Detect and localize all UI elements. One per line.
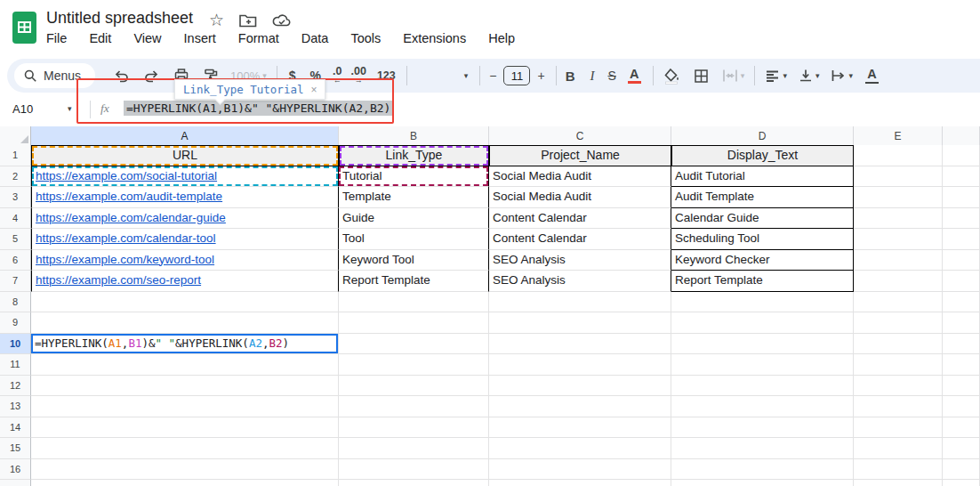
cell-C9[interactable] [489,312,671,334]
cell-D12[interactable] [671,376,854,397]
row-header-4[interactable]: 4 [0,208,31,230]
row-header-16[interactable]: 16 [0,459,31,481]
menu-help[interactable]: Help [488,31,515,45]
range-name-tooltip[interactable]: Link_Type Tutorial × [174,79,325,100]
cell-D11[interactable] [671,354,854,376]
cell-A7[interactable]: https://example.com/seo-report [31,271,339,292]
cell-C3[interactable]: Social Media Audit [489,187,671,208]
cell-F2[interactable] [943,166,980,188]
cell-C1[interactable]: Project_Name [489,145,671,166]
cell-E16[interactable] [854,459,943,481]
text-wrap-icon[interactable] [831,69,846,83]
cell-D17[interactable] [671,480,854,486]
cell-C7[interactable]: SEO Analysis [489,271,671,292]
row-header-12[interactable]: 12 [0,376,31,397]
cell-E2[interactable] [854,166,943,188]
horizontal-align-icon[interactable] [765,69,780,83]
column-header-F[interactable] [943,126,980,145]
cell-A17[interactable] [31,480,339,486]
cell-D8[interactable] [671,292,854,313]
cell-A2[interactable]: https://example.com/social-tutorial [31,166,339,188]
text-color-button[interactable]: A [628,68,641,85]
cell-A3[interactable]: https://example.com/audit-template [31,187,339,208]
cell-B11[interactable] [339,354,489,376]
select-all-corner[interactable] [0,126,31,145]
cell-B13[interactable] [339,396,489,417]
cell-E10[interactable] [854,334,943,355]
cell-C2[interactable]: Social Media Audit [489,166,671,188]
cell-E1[interactable] [854,145,943,166]
star-icon[interactable]: ☆ [209,12,224,29]
cell-B8[interactable] [339,292,489,313]
tooltip-close-icon[interactable]: × [310,84,317,96]
cell-C17[interactable] [489,480,671,486]
increase-font-size-button[interactable]: + [537,69,544,83]
cell-C6[interactable]: SEO Analysis [489,250,671,271]
text-wrap-caret[interactable]: ▾ [848,71,853,80]
sheets-logo-icon[interactable] [12,12,36,44]
cell-D1[interactable]: Display_Text [671,145,854,166]
row-header-10[interactable]: 10 [0,334,31,355]
increase-decimal-button[interactable]: .00→ [351,67,366,85]
fill-color-icon[interactable] [663,68,680,85]
cell-B5[interactable]: Tool [339,229,489,250]
menu-view[interactable]: View [133,31,161,45]
cell-A14[interactable] [31,417,339,439]
cell-B2[interactable]: Tutorial [339,166,489,188]
cell-B15[interactable] [339,438,489,459]
cell-E11[interactable] [854,354,943,376]
menu-edit[interactable]: Edit [89,31,111,45]
cell-C14[interactable] [489,417,671,439]
formula-bar-input[interactable]: =HYPERLINK(A1,B1)&" "&HYPERLINK(A2,B2) [124,101,393,116]
text-rotation-icon[interactable]: A [865,68,879,84]
cell-F5[interactable] [943,229,980,250]
cell-F9[interactable] [943,312,980,334]
row-header-13[interactable]: 13 [0,396,31,417]
cell-A13[interactable] [31,396,339,417]
cell-E13[interactable] [854,396,943,417]
cell-F11[interactable] [943,354,980,376]
cell-A4[interactable]: https://example.com/calendar-guide [31,208,339,230]
cell-B4[interactable]: Guide [339,208,489,230]
cell-D7[interactable]: Report Template [671,271,854,292]
row-header-14[interactable]: 14 [0,417,31,439]
cell-B6[interactable]: Keyword Tool [339,250,489,271]
cell-A9[interactable] [31,312,339,334]
cloud-status-icon[interactable] [272,13,292,28]
menu-data[interactable]: Data [301,31,329,45]
cell-A10[interactable]: =HYPERLINK(A1,B1)&" "&HYPERLINK(A2,B2) [31,334,339,355]
cell-A8[interactable] [31,292,339,313]
horizontal-align-caret[interactable]: ▾ [783,71,787,80]
cell-D13[interactable] [671,396,854,417]
menu-format[interactable]: Format [238,31,279,45]
font-select-caret[interactable]: ▾ [464,71,469,80]
cell-F17[interactable] [943,480,980,486]
cell-F8[interactable] [943,292,980,313]
menu-extensions[interactable]: Extensions [403,31,466,45]
cell-A16[interactable] [31,459,339,481]
row-header-3[interactable]: 3 [0,187,31,208]
row-header-8[interactable]: 8 [0,292,31,313]
cell-A15[interactable] [31,438,339,459]
cell-B17[interactable] [339,480,489,486]
vertical-align-caret[interactable]: ▾ [815,71,820,80]
cell-C16[interactable] [489,459,671,481]
cell-E4[interactable] [854,208,943,230]
cell-D14[interactable] [671,417,854,439]
cell-E14[interactable] [854,417,943,439]
bold-button[interactable]: B [566,69,575,84]
row-header-9[interactable]: 9 [0,312,31,334]
cell-F4[interactable] [943,208,980,230]
cell-A1[interactable]: URL [31,145,339,166]
cell-D3[interactable]: Audit Template [671,187,854,208]
cell-D6[interactable]: Keyword Checker [671,250,854,271]
cell-E12[interactable] [854,376,943,397]
undo-icon[interactable] [113,68,130,84]
cell-D5[interactable]: Scheduling Tool [671,229,854,250]
name-box[interactable]: A10 [12,102,33,116]
move-folder-icon[interactable] [239,13,257,28]
cell-C10[interactable] [489,334,671,355]
cell-C15[interactable] [489,438,671,459]
cell-B10[interactable] [339,334,489,355]
cell-F7[interactable] [943,271,980,292]
